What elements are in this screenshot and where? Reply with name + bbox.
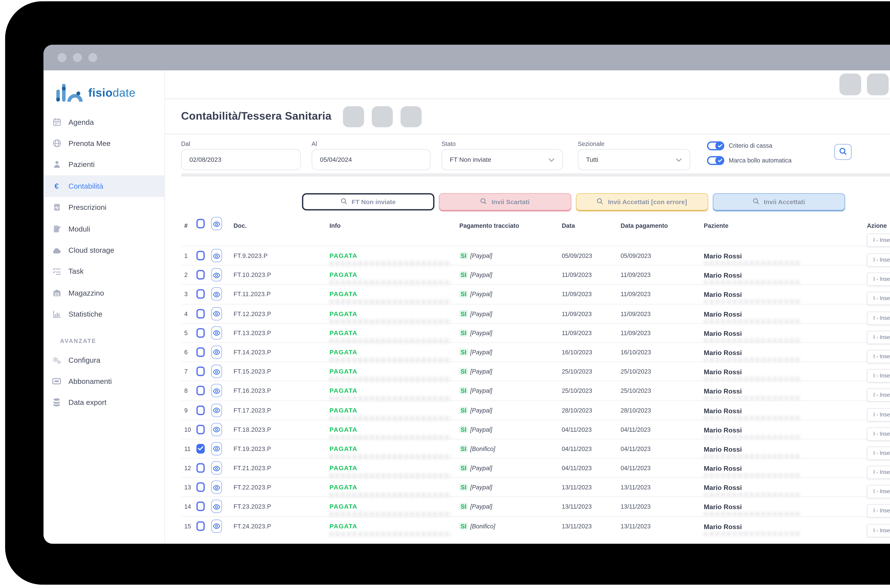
sidebar-item-agenda[interactable]: Agenda (44, 111, 164, 133)
sidebar-item-configura[interactable]: Configura (44, 349, 164, 370)
row-checkbox[interactable] (196, 251, 205, 260)
azione-select[interactable]: I - Inserimento (867, 311, 890, 325)
al-label: Al (312, 140, 431, 147)
header-button-placeholder[interactable] (401, 106, 422, 127)
sidebar-item-pazienti[interactable]: Pazienti (44, 154, 164, 175)
preview-invoice-button[interactable] (211, 423, 222, 436)
table-row: 2 FT.10.2023.P PAGATA SI[Paypal] 11/09/2… (181, 265, 890, 284)
row-checkbox[interactable] (196, 405, 205, 415)
sidebar-item-label: Agenda (69, 118, 94, 126)
preview-invoice-button[interactable] (211, 384, 222, 398)
select-all-checkbox[interactable] (196, 219, 205, 228)
sidebar-item-data-export[interactable]: Data export (44, 392, 164, 413)
azione-select[interactable]: I - Inserimento (867, 388, 890, 402)
invoice-date: 11/09/2023 (562, 324, 592, 343)
row-checkbox[interactable] (196, 424, 205, 434)
header-button-placeholder[interactable] (343, 106, 364, 127)
azione-select[interactable]: I - Inserimento (867, 466, 890, 479)
col-pagamento: Pagamento tracciato (459, 222, 519, 229)
sidebar-item-task[interactable]: Task (44, 261, 164, 282)
row-checkbox[interactable] (196, 309, 205, 318)
row-number: 1 (184, 246, 188, 266)
azione-select[interactable]: I - Inserimento (867, 292, 890, 305)
table-row: 12 FT.21.2023.P PAGATA SI[Paypal] 04/11/… (181, 458, 890, 477)
preview-invoice-button[interactable] (211, 249, 222, 262)
azione-select[interactable]: I - Inserimento (867, 408, 890, 421)
row-number: 7 (184, 362, 188, 381)
navbar-button-placeholder[interactable] (839, 74, 861, 95)
preview-invoice-button[interactable] (211, 480, 222, 494)
row-checkbox[interactable] (196, 347, 205, 357)
row-checkbox[interactable] (196, 502, 205, 512)
row-checkbox[interactable] (196, 270, 205, 280)
marca-bollo-automatica-toggle[interactable] (707, 156, 724, 165)
row-checkbox[interactable] (196, 386, 205, 396)
sidebar-item-label: Prenota Mee (69, 140, 111, 147)
tab-invii-scartati[interactable]: Invii Scartati (438, 193, 571, 210)
sidebar-item-prenota-mee[interactable]: Prenota Mee (44, 133, 164, 154)
preview-all-button[interactable] (211, 217, 222, 230)
sidebar-item-magazzino[interactable]: Magazzino (44, 282, 164, 304)
criterio-di-cassa-toggle[interactable] (707, 141, 724, 150)
preview-invoice-button[interactable] (211, 519, 222, 532)
preview-invoice-button[interactable] (211, 364, 222, 378)
row-checkbox[interactable] (196, 463, 205, 473)
preview-invoice-button[interactable] (211, 307, 222, 320)
tab-invii-accettati[interactable]: Invii Accettati (712, 193, 845, 210)
sezionale-select[interactable]: Tutti (578, 149, 690, 170)
sidebar-item-prescrizioni[interactable]: Prescrizioni (44, 197, 164, 218)
azione-select[interactable]: I - Inserimento (867, 330, 890, 344)
search-icon (480, 198, 487, 206)
row-checkbox[interactable] (196, 521, 205, 531)
azione-select[interactable]: I - Inserimento (867, 350, 890, 363)
sidebar-item-contabilit[interactable]: € Contabilità (44, 175, 164, 196)
azione-select[interactable]: I - Inserimento (867, 234, 890, 247)
tab-ft-non-inviate[interactable]: FT Non inviate (302, 193, 434, 210)
sidebar-item-moduli[interactable]: Moduli (44, 218, 164, 240)
navbar-button-placeholder[interactable] (867, 74, 888, 95)
page-title: Contabilità/Tessera Sanitaria (181, 110, 332, 123)
preview-invoice-button[interactable] (211, 442, 222, 455)
sidebar-item-abbonamenti[interactable]: Abbonamenti (44, 370, 164, 392)
azione-select[interactable]: I - Inserimento (867, 504, 890, 518)
row-checkbox[interactable] (196, 444, 205, 453)
row-checkbox[interactable] (196, 328, 205, 338)
search-button[interactable] (834, 144, 851, 160)
invoice-payment-date: 28/10/2023 (621, 401, 651, 420)
tab-invii-accettati-con-errore[interactable]: Invii Accettati [con errore] (575, 193, 708, 210)
azione-select[interactable]: I - Inserimento (867, 273, 890, 286)
azione-select[interactable]: I - Inserimento (867, 427, 890, 441)
table-body: 1 FT.9.2023.P PAGATA SI[Paypal] 05/09/20… (181, 246, 890, 536)
preview-invoice-button[interactable] (211, 326, 222, 339)
invoice-doc: FT.13.2023.P (234, 324, 271, 343)
azione-select[interactable]: I - Inserimento (867, 253, 890, 267)
gears-icon (52, 355, 62, 364)
preview-invoice-button[interactable] (211, 287, 222, 301)
azione-select[interactable]: I - Inserimento (867, 446, 890, 460)
preview-invoice-button[interactable] (211, 461, 222, 475)
sidebar-item-label: Contabilità (69, 182, 103, 190)
invoice-date: 04/11/2023 (562, 420, 592, 440)
al-date-input[interactable]: 05/04/2024 (312, 149, 431, 170)
dal-date-input[interactable]: 02/08/2023 (181, 149, 301, 170)
preview-invoice-button[interactable] (211, 500, 222, 513)
preview-invoice-button[interactable] (211, 268, 222, 282)
sidebar-item-cloud-storage[interactable]: Cloud storage (44, 240, 164, 261)
row-checkbox[interactable] (196, 290, 205, 299)
horizontal-scrollbar[interactable] (181, 173, 890, 177)
preview-invoice-button[interactable] (211, 345, 222, 359)
sidebar-item-label: Magazzino (69, 289, 104, 297)
row-checkbox[interactable] (196, 483, 205, 492)
invoice-date: 13/11/2023 (562, 478, 592, 497)
stato-select[interactable]: FT Non inviate (441, 149, 563, 170)
azione-select[interactable]: I - Inserimento (867, 369, 890, 382)
header-button-placeholder[interactable] (372, 106, 393, 127)
col-doc: Doc. (234, 222, 247, 229)
table-row: 9 FT.17.2023.P PAGATA SI[Paypal] 28/10/2… (181, 400, 890, 420)
azione-select[interactable]: I - Inserimento (867, 524, 890, 537)
azione-select[interactable]: I - Inserimento (867, 485, 890, 498)
preview-invoice-button[interactable] (211, 403, 222, 417)
row-checkbox[interactable] (196, 367, 205, 376)
eye-icon (213, 462, 220, 474)
sidebar-item-statistiche[interactable]: Statistiche (44, 304, 164, 325)
